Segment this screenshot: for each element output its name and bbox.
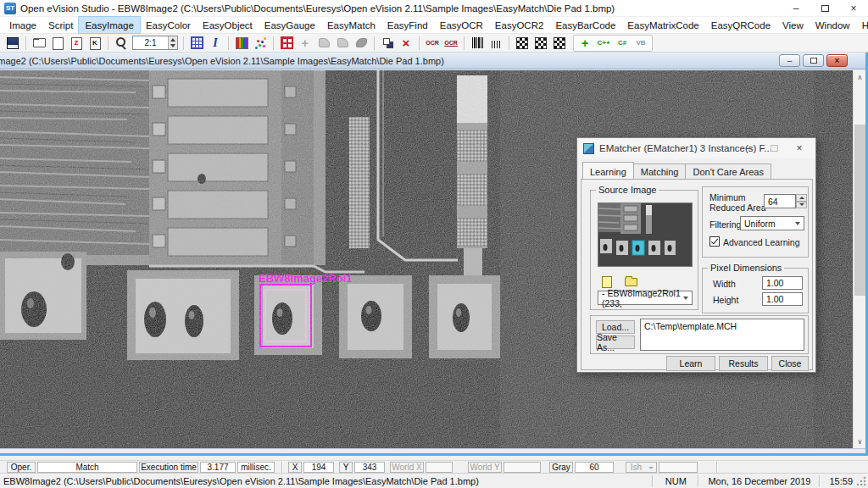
easycolor-dots-icon[interactable] [251,35,270,52]
toolbar-separator [25,36,26,50]
child-close-button[interactable]: × [826,54,848,67]
pixel-dimensions-group: Pixel Dimensions Width 1.00 Height 1.00 [702,268,809,313]
save-icon[interactable] [3,35,22,52]
filtering-combo[interactable]: Uniform [740,216,804,230]
oper-value: Match [37,462,137,473]
menu-item-view[interactable]: View [776,17,810,33]
menu-item-window[interactable]: Window [810,17,856,33]
time-indicator: 15:59 [824,476,854,486]
menu-item-easymatch[interactable]: EasyMatch [321,17,381,33]
menu-item-easygauge[interactable]: EasyGauge [259,17,321,33]
height-input[interactable]: 1.00 [762,292,803,306]
world-x-value [426,462,453,473]
save-as-button[interactable]: Save As... [596,336,635,349]
close-dialog-button[interactable]: Close [771,356,809,371]
easyfind-pattern-icon[interactable]: × [397,35,415,52]
pixel-grid-icon[interactable] [187,35,206,52]
roi-selector-combo[interactable]: - EBW8Image2Roi1 (233, [598,291,693,305]
world-y-value [504,462,541,473]
menu-bar: ImageScriptEasyImageEasyColorEasyObjectE… [0,17,868,34]
easyocr2-icon[interactable]: OCR [442,35,460,52]
tab-learning[interactable]: Learning [582,162,634,179]
script-csharp-icon[interactable]: C# [613,35,632,52]
easymatrixcode-1-icon[interactable] [513,35,531,52]
toolbar-separator [374,36,375,50]
results-button[interactable]: Results [719,356,768,371]
image-window-titlebar[interactable]: EBW8Image2 (C:\Users\Public\Documents\Eu… [0,53,868,69]
advanced-learning-checkbox[interactable] [709,236,720,247]
zoom-spinner[interactable] [168,36,177,49]
gray-label: Gray [549,462,573,473]
min-reduced-area-label-2: Reduced Area [709,202,766,213]
status-bar: Oper. Match Execution time 3.177 millise… [0,460,868,473]
script-k-icon[interactable]: K [86,35,104,52]
display-mode-combo[interactable]: Ish [626,462,657,473]
dialog-titlebar[interactable]: EMatcher (EMatcher1) 3 Instance(s) F... … [577,138,815,158]
vertical-scrollbar[interactable]: ∧ ∨ [853,70,865,448]
easyobject-grid-icon[interactable] [277,35,296,52]
easymatch-pattern-icon[interactable] [378,35,397,52]
menu-item-easymatrixcode[interactable]: EasyMatrixCode [621,17,704,33]
date-indicator: Mon, 16 December 2019 [703,476,815,486]
statusbar-separator [281,462,283,473]
easycolor-bars-icon[interactable] [232,35,251,52]
dialog-minimize-button[interactable]: – [736,138,761,158]
easymatrixcode-3-icon[interactable] [550,35,569,52]
easymatrixcode-2-icon[interactable] [531,35,550,52]
easybarcode-read-icon[interactable] [487,35,505,52]
menu-item-easycolor[interactable]: EasyColor [140,17,197,33]
minimize-button[interactable]: – [782,0,810,17]
tab-don-t-care-areas[interactable]: Don't Care Areas [685,164,771,180]
spin-down-icon[interactable] [796,202,807,209]
dropdown-icon [648,467,654,469]
spin-up-icon[interactable] [796,194,807,202]
close-button[interactable]: × [839,0,868,17]
menu-item-easyocr2[interactable]: EasyOCR2 [489,17,550,33]
script-z-icon[interactable]: Z [67,35,86,52]
menu-item-easyocr[interactable]: EasyOCR [434,17,489,33]
easybarcode-icon[interactable] [468,35,487,52]
script-add-icon[interactable]: + [576,35,594,52]
image-info-icon[interactable]: I [206,35,225,52]
script-vb-icon[interactable]: VB [632,35,650,52]
filtering-label: Filtering [709,219,741,230]
dialog-close-button[interactable]: × [787,138,812,158]
resize-grip[interactable] [856,476,866,486]
app-icon: ST [4,3,16,14]
zoom-icon[interactable] [112,35,131,52]
scroll-up-button[interactable]: ∧ [854,70,866,84]
child-minimize-button[interactable]: – [779,54,800,67]
easyocr-icon[interactable]: OCR [423,35,442,52]
menu-item-easybarcode[interactable]: EasyBarCode [549,17,621,33]
template-path-box[interactable]: C:\Temp\template.MCH [640,319,804,351]
script-cpp-icon[interactable]: C++ [594,35,613,52]
min-reduced-area-input[interactable]: 64 [764,194,796,208]
learn-button[interactable]: Learn [666,356,715,371]
source-image-thumbnail [598,202,693,267]
menu-item-image[interactable]: Image [3,17,42,33]
easygauge-shape-2-icon[interactable] [333,35,352,52]
tab-page-learning: Source Image [581,179,813,370]
tab-matching[interactable]: Matching [633,164,687,180]
open-icon[interactable] [30,35,48,52]
move-tool-icon[interactable]: + [296,35,314,52]
min-reduced-area-spinner[interactable] [796,194,807,208]
menu-item-easyobject[interactable]: EasyObject [197,17,259,33]
width-input[interactable]: 1.00 [762,276,803,290]
menu-item-easyfind[interactable]: EasyFind [381,17,434,33]
menu-item-easyqrcode[interactable]: EasyQRCode [705,17,776,33]
new-image-icon[interactable] [48,35,67,52]
menu-item-help[interactable]: Help [856,17,868,33]
roi-selector-value: - EBW8Image2Roi1 (233, [602,288,692,308]
maximize-button[interactable] [810,0,839,17]
easygauge-shape-1-icon[interactable] [314,35,333,52]
display-mode-value: Ish [631,463,642,472]
width-label: Width [713,279,736,289]
zoom-level[interactable]: 2:1 [132,36,178,50]
scroll-down-button[interactable]: ∨ [854,435,866,448]
scrollbar-thumb[interactable] [854,125,865,296]
menu-item-easyimage[interactable]: EasyImage [79,17,140,33]
easygauge-shape-3-icon[interactable] [352,35,370,52]
child-restore-button[interactable] [803,54,824,67]
menu-item-script[interactable]: Script [42,17,79,33]
